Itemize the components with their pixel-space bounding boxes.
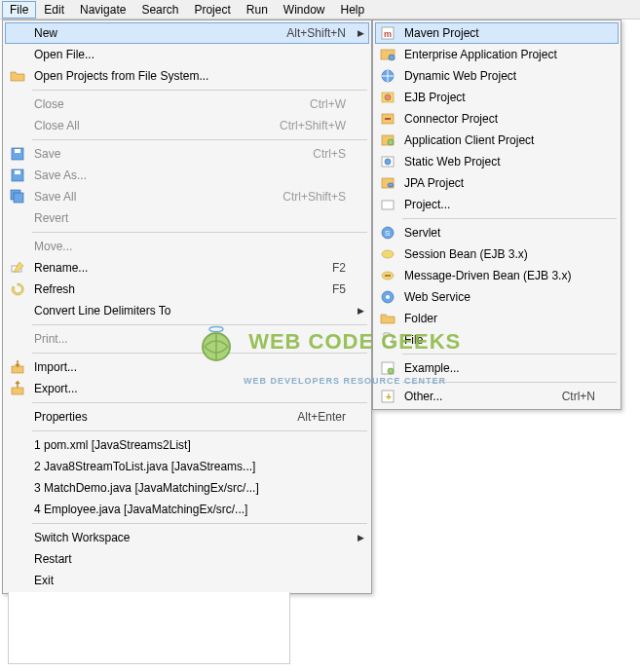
menu-file-move: Move... xyxy=(5,236,369,257)
menu-item-label: Restart xyxy=(28,552,346,566)
menubar: File Edit Navigate Search Project Run Wi… xyxy=(0,0,640,19)
menu-file-import[interactable]: Import... xyxy=(5,356,369,378)
menu-item-label: Connector Project xyxy=(398,112,595,126)
menu-new-folder[interactable]: Folder xyxy=(375,308,619,329)
menu-new-other[interactable]: +Other...Ctrl+N xyxy=(375,386,619,407)
menu-file-switch-workspace[interactable]: Switch Workspace▶ xyxy=(5,527,369,548)
menu-item-label: Save xyxy=(28,147,313,161)
menu-item-shortcut: Ctrl+S xyxy=(313,147,356,161)
menubar-item-project[interactable]: Project xyxy=(186,1,238,19)
menu-new-mdb[interactable]: Message-Driven Bean (EJB 3.x) xyxy=(375,265,619,286)
jpa-icon xyxy=(377,174,398,192)
menu-item-shortcut: F2 xyxy=(332,261,356,275)
menu-file-rename[interactable]: Rename...F2 xyxy=(5,257,369,279)
menu-new-ear-project[interactable]: Enterprise Application Project xyxy=(375,44,619,65)
menu-file-export[interactable]: Export... xyxy=(5,378,369,399)
maven-icon: m xyxy=(380,25,395,41)
menu-file-recent-1[interactable]: 1 pom.xml [JavaStreams2List] xyxy=(5,434,369,456)
connector-icon xyxy=(380,111,395,127)
menu-new-servlet[interactable]: SServlet xyxy=(375,222,619,243)
menu-file-open-file[interactable]: Open File... xyxy=(5,44,369,65)
menu-new-maven-project[interactable]: mMaven Project xyxy=(375,22,619,44)
svg-point-20 xyxy=(385,159,391,165)
menubar-item-run[interactable]: Run xyxy=(239,1,276,19)
menu-separator xyxy=(402,218,617,219)
menu-new-connector-project[interactable]: Connector Project xyxy=(375,108,619,130)
menu-item-label: Save All xyxy=(28,190,282,204)
menubar-item-window[interactable]: Window xyxy=(276,1,333,19)
import-icon xyxy=(10,359,25,375)
menubar-item-search[interactable]: Search xyxy=(133,1,186,19)
file-icon xyxy=(377,331,398,349)
menubar-item-help[interactable]: Help xyxy=(333,1,373,19)
menu-new-file[interactable]: File xyxy=(375,329,619,351)
svg-rect-23 xyxy=(382,201,394,209)
svg-rect-8 xyxy=(12,388,23,394)
menu-file-recent-4[interactable]: 4 Employee.java [JavaMatchingEx/src/...] xyxy=(5,499,369,520)
menu-item-label: Exit xyxy=(28,574,346,587)
ejb-icon xyxy=(377,89,398,106)
menu-item-label: Rename... xyxy=(28,261,332,275)
menu-file-refresh[interactable]: RefreshF5 xyxy=(5,279,369,300)
menubar-item-navigate[interactable]: Navigate xyxy=(72,1,133,19)
svg-point-18 xyxy=(388,139,394,145)
export-icon xyxy=(7,380,28,397)
menu-item-label: Revert xyxy=(28,211,346,225)
menu-file-open-projects[interactable]: Open Projects from File System... xyxy=(5,65,369,87)
menu-file-properties[interactable]: PropertiesAlt+Enter xyxy=(5,406,369,428)
menu-file-save: SaveCtrl+S xyxy=(5,143,369,165)
menubar-item-file[interactable]: File xyxy=(2,1,36,19)
menu-file-recent-2[interactable]: 2 Java8StreamToList.java [JavaStreams...… xyxy=(5,456,369,477)
other-icon: + xyxy=(377,388,398,405)
menu-new-project[interactable]: Project... xyxy=(375,194,619,215)
menu-new-jpa-project[interactable]: JPA Project xyxy=(375,172,619,194)
submenu-arrow-icon: ▶ xyxy=(356,306,365,316)
menu-new-dynamic-web-project[interactable]: Dynamic Web Project xyxy=(375,65,619,87)
menubar-item-edit[interactable]: Edit xyxy=(36,1,72,19)
menu-new-example[interactable]: Example... xyxy=(375,357,619,379)
editor-pane xyxy=(8,592,290,664)
menu-file-exit[interactable]: Exit xyxy=(5,570,369,591)
servlet-icon: S xyxy=(380,225,395,241)
menu-item-label: Print... xyxy=(28,332,346,346)
menu-file-convert-delimiters[interactable]: Convert Line Delimiters To▶ xyxy=(5,300,369,321)
menu-separator xyxy=(32,90,367,91)
submenu-arrow-icon: ▶ xyxy=(356,28,365,38)
svg-text:m: m xyxy=(384,29,392,39)
svg-text:+: + xyxy=(386,392,392,402)
project-icon xyxy=(377,196,398,213)
submenu-arrow-icon: ▶ xyxy=(356,533,365,542)
menu-item-label: Other... xyxy=(398,390,562,403)
menu-item-label: Dynamic Web Project xyxy=(398,69,595,83)
sessionbean-icon xyxy=(380,246,395,262)
save-icon xyxy=(7,167,28,184)
menu-new-ejb-project[interactable]: EJB Project xyxy=(375,87,619,108)
svg-point-15 xyxy=(385,94,391,100)
menu-item-label: JPA Project xyxy=(398,176,595,190)
file-icon xyxy=(380,332,395,348)
menu-item-label: 3 MatchDemo.java [JavaMatchingEx/src/...… xyxy=(28,481,346,495)
menu-new-static-web-project[interactable]: Static Web Project xyxy=(375,151,619,172)
menu-new-app-client-project[interactable]: Application Client Project xyxy=(375,130,619,151)
menu-file-close-all: Close AllCtrl+Shift+W xyxy=(5,115,369,136)
saveall-icon xyxy=(10,189,25,205)
menu-item-label: New xyxy=(28,26,286,40)
menu-file-new[interactable]: NewAlt+Shift+N▶ xyxy=(5,22,369,44)
staticweb-icon xyxy=(377,153,398,170)
menu-item-label: Enterprise Application Project xyxy=(398,48,595,61)
menu-new-session-bean[interactable]: Session Bean (EJB 3.x) xyxy=(375,243,619,265)
menu-item-label: Open Projects from File System... xyxy=(28,69,346,83)
menu-item-label: Convert Line Delimiters To xyxy=(28,304,346,317)
menu-file-restart[interactable]: Restart xyxy=(5,548,369,570)
example-icon xyxy=(377,359,398,377)
rename-icon xyxy=(10,260,25,276)
menu-item-label: Web Service xyxy=(398,290,595,304)
maven-icon: m xyxy=(377,24,398,42)
menu-new-web-service[interactable]: Web Service xyxy=(375,286,619,308)
appclient-icon xyxy=(380,132,395,148)
dynweb-icon xyxy=(377,67,398,85)
other-icon: + xyxy=(380,389,395,404)
staticweb-icon xyxy=(380,154,395,169)
menu-file-print: Print... xyxy=(5,328,369,350)
menu-file-recent-3[interactable]: 3 MatchDemo.java [JavaMatchingEx/src/...… xyxy=(5,477,369,499)
